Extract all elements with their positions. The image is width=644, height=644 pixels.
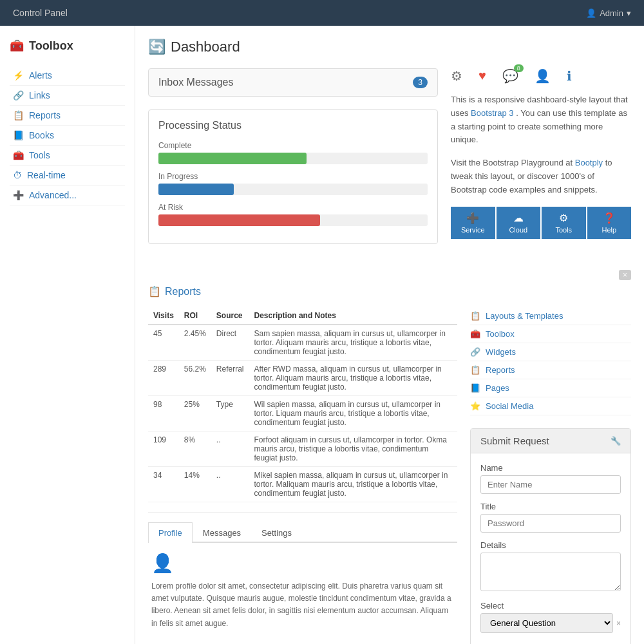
gear-icon-btn[interactable]: ⚙ (451, 68, 462, 84)
cell-source: Direct (211, 325, 249, 361)
social-icon: ⭐ (470, 401, 480, 411)
table-row: 98 25% Type Wil sapien massa, aliquam in… (148, 396, 457, 431)
tab-settings[interactable]: Settings (251, 522, 302, 543)
name-input[interactable] (480, 475, 621, 494)
select-wrap: General Question × (480, 613, 621, 633)
reports-section-title: 📋 Reports (148, 285, 631, 298)
processing-box: Processing Status Complete In Progress (148, 109, 438, 244)
bootstrap-link[interactable]: Bootstrap 3 (471, 108, 514, 118)
submit-panel: Submit Request 🔧 Name Title (470, 428, 631, 644)
admin-arrow[interactable]: ▾ (627, 8, 631, 18)
bolt-icon: ⚡ (13, 70, 24, 80)
col-roi: ROI (179, 307, 211, 325)
sidebar-item-books[interactable]: 📘 Books (10, 126, 125, 146)
help-button[interactable]: ❓ Help (587, 207, 632, 239)
sidebar-item-reports[interactable]: 📋 Reports (10, 106, 125, 126)
title-label: Title (480, 502, 621, 511)
progress-inprogress-bar-bg (158, 184, 428, 195)
link-social[interactable]: ⭐ Social Media (470, 397, 631, 415)
link-widgets[interactable]: 🔗 Widgets (470, 343, 631, 361)
inbox-label: Inbox Messages (158, 77, 234, 88)
cell-roi: 2.45% (179, 325, 211, 361)
progress-atrisk: At Risk (158, 203, 428, 226)
cell-source: .. (211, 431, 249, 467)
progress-atrisk-label: At Risk (158, 203, 428, 212)
progress-inprogress-label: In Progress (158, 172, 428, 181)
sidebar-item-links[interactable]: 🔗 Links (10, 86, 125, 106)
name-field-group: Name (480, 463, 621, 494)
progress-atrisk-bar (158, 214, 320, 226)
close-row: × (148, 270, 631, 280)
sidebar-item-realtime[interactable]: ⏱ Real-time (10, 166, 125, 185)
action-buttons: ➕ Service ☁ Cloud ⚙ Tools ❓ Help (451, 207, 631, 239)
tab-profile[interactable]: Profile (148, 522, 193, 543)
cloud-button[interactable]: ☁ Cloud (497, 207, 541, 239)
tab-messages[interactable]: Messages (193, 522, 251, 543)
general-select[interactable]: General Question (480, 613, 613, 633)
admin-label: Admin (600, 8, 623, 18)
table-row: 109 8% .. Forfoot aliquam in cursus ut, … (148, 431, 457, 467)
cell-roi: 56.2% (179, 361, 211, 396)
cell-desc: Wil sapien massa, aliquam in cursus ut, … (249, 396, 457, 431)
name-label: Name (480, 463, 621, 473)
user-icon-btn[interactable]: 👤 (535, 68, 551, 84)
col-source: Source (211, 307, 249, 325)
sidebar-title: 🧰 Toolbox (10, 39, 125, 53)
link-toolbox[interactable]: 🧰 Toolbox (470, 325, 631, 343)
cell-source: Type (211, 396, 249, 431)
cell-roi: 14% (179, 467, 211, 502)
title-field-group: Title (480, 502, 621, 533)
progress-inprogress: In Progress (158, 172, 428, 195)
table-row: 289 56.2% Referral After RWD massa, aliq… (148, 361, 457, 396)
details-textarea[interactable] (480, 553, 621, 591)
layouts-icon: 📋 (470, 311, 480, 321)
service-button[interactable]: ➕ Service (451, 207, 495, 239)
progress-complete-bar (158, 153, 307, 164)
select-field-group: Select General Question × (480, 601, 621, 633)
sidebar-item-advanced[interactable]: ➕ Advanced... (10, 185, 125, 205)
widgets-icon: 🔗 (470, 347, 480, 357)
plus-icon: ➕ (13, 190, 24, 200)
reports-section-icon: 📋 (148, 285, 161, 298)
sidebar-item-alerts[interactable]: ⚡ Alerts (10, 66, 125, 86)
table-row: 45 2.45% Direct Sam sapien massa, aliqua… (148, 325, 457, 361)
chat-icon-btn[interactable]: 💬 8 (502, 68, 518, 84)
cell-visits: 289 (148, 361, 179, 396)
inbox-panel: Inbox Messages 3 (148, 68, 438, 97)
cell-visits: 34 (148, 467, 179, 502)
progress-complete-label: Complete (158, 141, 428, 150)
description-text2: Visit the Bootstrap Playground at Bootpl… (451, 156, 631, 196)
profile-avatar-icon: 👤 (151, 553, 454, 574)
user-icon: 👤 (586, 8, 596, 18)
cell-source: .. (211, 467, 249, 502)
cell-roi: 8% (179, 431, 211, 467)
col-desc: Description and Notes (249, 307, 457, 325)
cell-desc: After RWD massa, aliquam in cursus ut, u… (249, 361, 457, 396)
toolbox-icon: 🧰 (10, 39, 24, 53)
select-clear-button[interactable]: × (616, 619, 621, 628)
books-icon: 📘 (13, 130, 24, 140)
link-reports[interactable]: 📋 Reports (470, 361, 631, 379)
dashboard-main: Inbox Messages 3 Processing Status Compl… (148, 68, 438, 257)
reports-table-body: 45 2.45% Direct Sam sapien massa, aliqua… (148, 325, 457, 502)
link-layouts[interactable]: 📋 Layouts & Templates (470, 307, 631, 325)
sidebar-item-tools[interactable]: 🧰 Tools (10, 146, 125, 166)
description-text: This is a responsive dashboard-style lay… (451, 93, 631, 147)
tools-button[interactable]: ⚙ Tools (542, 207, 586, 239)
pages-icon: 📘 (470, 383, 480, 393)
tools-icon: 🧰 (13, 150, 24, 160)
dashboard-icon: 🔄 (148, 39, 166, 55)
cell-roi: 25% (179, 396, 211, 431)
bootply-link[interactable]: Bootply (575, 158, 603, 167)
link-pages[interactable]: 📘 Pages (470, 379, 631, 397)
submit-title: Submit Request (480, 435, 549, 446)
cloud-icon: ☁ (513, 212, 524, 224)
main-content: 🔄 Dashboard Inbox Messages 3 Processing … (135, 26, 644, 644)
close-button[interactable]: × (619, 270, 631, 280)
title-input[interactable] (480, 514, 621, 533)
info-icon-btn[interactable]: ℹ (567, 68, 572, 84)
tools-btn-icon: ⚙ (559, 212, 568, 224)
sidebar: 🧰 Toolbox ⚡ Alerts 🔗 Links 📋 Reports 📘 B… (0, 26, 135, 644)
progress-inprogress-bar (158, 184, 234, 195)
heart-icon-btn[interactable]: ♥ (478, 68, 486, 84)
